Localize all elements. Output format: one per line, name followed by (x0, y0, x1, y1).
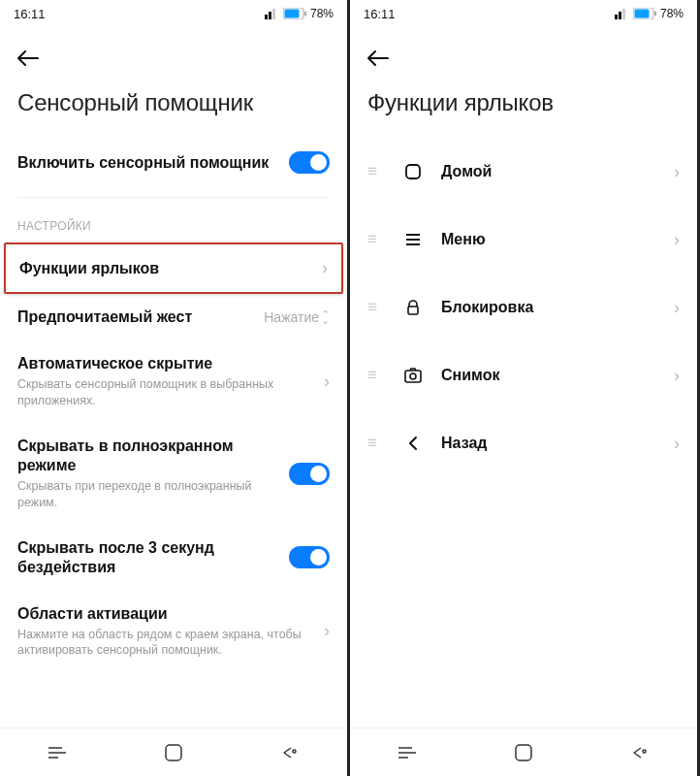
auto-hide-row[interactable]: Автоматическое скрытие Скрывать сенсорны… (17, 340, 330, 423)
shortcut-menu-row[interactable]: ≡ Меню › (367, 206, 680, 274)
activation-label: Области активации (17, 604, 314, 624)
shortcut-home-row[interactable]: ≡ Домой › (367, 138, 680, 206)
chevron-right-icon: › (324, 372, 330, 392)
idle-hide-toggle[interactable] (289, 546, 330, 568)
back-row (350, 27, 697, 89)
status-time: 16:11 (364, 7, 396, 21)
enable-touch-assistant-row[interactable]: Включить сенсорный помощник (17, 138, 330, 187)
menu-icon (402, 229, 424, 250)
nav-home-icon[interactable] (160, 739, 187, 766)
svg-rect-1 (269, 12, 271, 19)
lock-icon (402, 297, 424, 318)
drag-handle-icon[interactable]: ≡ (367, 230, 385, 249)
shortcut-label: Домой (441, 163, 656, 180)
shortcuts-content: ≡ Домой › ≡ Меню › ≡ Блокировка › ≡ (350, 138, 697, 728)
back-chevron-icon (402, 433, 424, 454)
shortcut-functions-label: Функции ярлыков (19, 259, 312, 278)
svg-rect-8 (619, 12, 621, 19)
divider (17, 197, 330, 198)
status-time: 16:11 (14, 7, 46, 21)
battery-percent: 78% (310, 7, 334, 20)
enable-label: Включить сенсорный помощник (17, 153, 279, 173)
settings-content: Включить сенсорный помощник НАСТРОЙКИ Фу… (0, 138, 347, 728)
battery-percent: 78% (660, 7, 684, 20)
idle-hide-row[interactable]: Скрывать после 3 секунд бездействия (17, 525, 330, 591)
svg-rect-9 (622, 9, 625, 19)
shortcut-functions-row[interactable]: Функции ярлыков › (4, 242, 343, 294)
activation-areas-row[interactable]: Области активации Нажмите на область ряд… (17, 591, 330, 673)
shortcut-label: Блокировка (441, 299, 656, 316)
gesture-value: Нажатие (264, 309, 319, 325)
status-right: 78% (265, 7, 334, 20)
battery-icon (283, 8, 306, 19)
idle-hide-label: Скрывать после 3 секунд бездействия (17, 538, 279, 577)
status-right: 78% (615, 7, 684, 20)
nav-recents-icon[interactable] (45, 739, 72, 766)
svg-rect-0 (265, 15, 268, 19)
svg-rect-13 (406, 165, 420, 178)
activation-sub: Нажмите на область рядом с краем экрана,… (17, 627, 314, 660)
section-label: НАСТРОЙКИ (17, 213, 330, 242)
svg-rect-14 (408, 307, 418, 314)
drag-handle-icon[interactable]: ≡ (367, 298, 385, 317)
shortcut-label: Назад (441, 435, 656, 452)
fullscreen-hide-row[interactable]: Скрывать в полноэкранном режиме Скрывать… (17, 423, 330, 525)
chevron-right-icon: › (322, 258, 328, 278)
chevron-right-icon: › (674, 434, 680, 454)
svg-rect-2 (272, 9, 275, 19)
status-bar: 16:11 78% (0, 0, 347, 27)
home-icon (402, 161, 424, 182)
auto-hide-label: Автоматическое скрытие (17, 354, 314, 373)
drag-handle-icon[interactable]: ≡ (367, 434, 385, 453)
back-icon[interactable] (17, 47, 39, 71)
nav-back-icon[interactable] (275, 739, 302, 766)
chevron-right-icon: › (674, 366, 680, 386)
screenshot-icon (402, 365, 424, 386)
svg-rect-11 (634, 10, 649, 18)
shortcut-label: Меню (441, 231, 656, 248)
nav-home-icon[interactable] (510, 739, 537, 766)
nav-recents-icon[interactable] (395, 739, 422, 766)
chevron-right-icon: › (674, 162, 680, 182)
status-bar: 16:11 78% (350, 0, 697, 27)
shortcut-label: Снимок (441, 367, 656, 384)
drag-handle-icon[interactable]: ≡ (367, 366, 385, 385)
screen-shortcut-functions: 16:11 78% Функции ярлыков ≡ Домой › ≡ (350, 0, 700, 776)
fullscreen-hide-toggle[interactable] (289, 463, 330, 485)
nav-bar (0, 728, 347, 776)
auto-hide-sub: Скрывать сенсорный помощник в выбранных … (17, 376, 314, 409)
chevron-right-icon: › (324, 621, 330, 641)
back-row (0, 27, 347, 89)
svg-rect-12 (654, 12, 656, 16)
fullscreen-hide-label: Скрывать в полноэкранном режиме (17, 436, 279, 475)
svg-rect-15 (405, 371, 421, 382)
svg-rect-5 (304, 12, 306, 16)
shortcut-screenshot-row[interactable]: ≡ Снимок › (367, 341, 680, 409)
screen-touch-assistant: 16:11 78% Сенсорный помощник Включить се… (0, 0, 350, 776)
gesture-value-group: Нажатие ⌃⌄ (264, 309, 330, 325)
svg-point-16 (410, 373, 416, 379)
chevron-right-icon: › (674, 298, 680, 318)
svg-rect-4 (284, 10, 299, 18)
nav-back-icon[interactable] (625, 739, 652, 766)
svg-rect-6 (166, 745, 181, 760)
signal-icon (615, 9, 629, 19)
enable-toggle[interactable] (289, 151, 330, 174)
preferred-gesture-row[interactable]: Предпочитаемый жест Нажатие ⌃⌄ (17, 294, 330, 340)
battery-icon (633, 8, 656, 19)
nav-bar (350, 728, 697, 776)
shortcut-lock-row[interactable]: ≡ Блокировка › (367, 274, 680, 341)
svg-rect-17 (516, 745, 531, 760)
signal-icon (265, 9, 279, 19)
drag-handle-icon[interactable]: ≡ (367, 162, 385, 181)
gesture-label: Предпочитаемый жест (17, 307, 254, 327)
fullscreen-hide-sub: Скрывать при переходе в полноэкранный ре… (17, 478, 279, 511)
svg-rect-7 (615, 15, 618, 19)
updown-icon: ⌃⌄ (321, 311, 330, 323)
chevron-right-icon: › (674, 230, 680, 250)
shortcut-back-row[interactable]: ≡ Назад › (367, 409, 680, 477)
back-icon[interactable] (367, 47, 389, 71)
page-title: Функции ярлыков (350, 89, 697, 138)
page-title: Сенсорный помощник (0, 89, 347, 138)
